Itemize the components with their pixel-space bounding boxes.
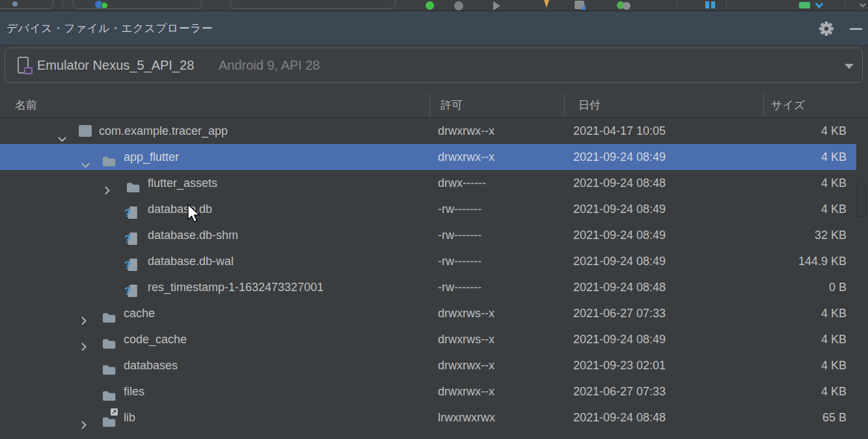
file-name: cache — [124, 300, 155, 326]
file-unknown-icon: ? — [126, 229, 138, 242]
table-row[interactable]: cache drwxrws--x 2021-06-27 07:33 4 KB — [0, 300, 868, 326]
table-row[interactable]: com.example.tracer_app drwxrwx--x 2021-0… — [0, 118, 868, 144]
run-icon[interactable] — [426, 1, 434, 10]
table-row[interactable]: app_flutter drwxrwx--x 2021-09-24 08:49 … — [0, 144, 868, 170]
attach-debugger-accent — [580, 5, 586, 10]
run-config-combo-widget[interactable] — [230, 0, 396, 9]
file-permissions: -rw------- — [438, 274, 481, 300]
file-date: 2021-09-24 08:49 — [573, 248, 666, 274]
toolbar-overflow-icon[interactable] — [859, 3, 867, 8]
minimize-icon[interactable] — [850, 28, 862, 30]
column-header-size[interactable]: サイズ — [771, 93, 805, 117]
table-row[interactable]: ? database.db-shm -rw------- 2021-09-24 … — [0, 222, 868, 248]
device-online-icon — [101, 2, 108, 9]
folder-icon — [102, 338, 116, 350]
apply-changes-icon[interactable] — [454, 1, 463, 10]
gear-icon[interactable] — [819, 21, 834, 36]
file-date: 2021-09-24 08:49 — [573, 144, 666, 170]
table-row[interactable]: code_cache drwxrws--x 2021-09-24 08:49 4… — [0, 326, 868, 352]
device-api-details: Android 9, API 28 — [219, 48, 320, 82]
column-header-date[interactable]: 日付 — [578, 93, 601, 117]
file-name: databases — [124, 352, 178, 378]
column-header-name[interactable]: 名前 — [15, 93, 37, 117]
file-size: 4 KB — [729, 170, 847, 196]
profiler-bolt-icon[interactable] — [544, 0, 549, 8]
file-unknown-icon: ? — [126, 255, 138, 268]
chevron-right-icon — [81, 342, 88, 352]
file-permissions: drwxrwx--x — [438, 378, 495, 404]
toolbar-separator — [62, 1, 63, 8]
table-row[interactable]: ? res_timestamp-1-1632473327001 -rw-----… — [0, 274, 868, 300]
file-size: 4 KB — [729, 352, 847, 378]
device-combo-widget[interactable] — [73, 0, 202, 9]
project-icon[interactable] — [12, 1, 18, 7]
file-permissions: drwxrwx--x — [438, 352, 495, 378]
toolbar-separator — [677, 1, 677, 8]
file-name: lib — [124, 404, 135, 431]
device-selector-area: Emulator Nexus_5_API_28 Android 9, API 2… — [0, 46, 868, 93]
table-row[interactable]: files drwxrwx--x 2021-06-27 07:33 4 KB — [0, 378, 868, 404]
file-date: 2021-06-27 07:33 — [573, 378, 666, 404]
toolbar-separator — [726, 1, 727, 8]
folder-icon — [102, 364, 116, 376]
file-permissions: drwxrws--x — [438, 326, 495, 352]
file-permissions: -rw------- — [438, 248, 481, 274]
avd-manager-icon[interactable] — [799, 2, 810, 8]
file-permissions: drwx------ — [438, 170, 486, 196]
file-size: 4 KB — [729, 196, 847, 222]
sdk-manager-icon-2 — [711, 1, 715, 8]
file-unknown-icon: ? — [126, 203, 138, 216]
table-row[interactable]: com.google.android drwxrwx--x 2021-04-17… — [0, 431, 868, 439]
file-permissions: drwxrwx--x — [438, 118, 495, 144]
file-size: 4 KB — [729, 378, 847, 404]
file-name: flutter_assets — [148, 170, 217, 196]
table-row[interactable]: flutter_assets drwx------ 2021-09-24 08:… — [0, 170, 868, 196]
column-resize-handle[interactable] — [429, 94, 430, 117]
toolbar-widget[interactable] — [0, 0, 53, 9]
column-resize-handle[interactable] — [763, 94, 764, 117]
file-size: 4 KB — [729, 118, 847, 144]
chevron-down-icon — [845, 64, 854, 69]
chevron-right-icon — [104, 186, 111, 195]
device-selector[interactable]: Emulator Nexus_5_API_28 Android 9, API 2… — [5, 48, 863, 83]
file-permissions: -rw------- — [438, 222, 481, 248]
symlink-arrow-icon: ↗ — [111, 408, 118, 416]
file-name: files — [124, 378, 144, 404]
sdk-manager-icon[interactable] — [705, 1, 709, 8]
file-permissions: -rw------- — [438, 196, 481, 222]
table-row[interactable]: ? database.db-wal -rw------- 2021-09-24 … — [0, 248, 868, 274]
table-row[interactable]: ? database.db -rw------- 2021-09-24 08:4… — [0, 196, 868, 222]
chevron-down-icon — [57, 136, 67, 143]
column-resize-handle[interactable] — [564, 94, 565, 117]
file-name: database.db — [148, 196, 212, 222]
file-name: code_cache — [124, 326, 187, 352]
file-date: 2021-09-24 08:49 — [573, 222, 666, 248]
run-secondary-icon[interactable] — [493, 1, 500, 10]
file-size: 4 KB — [729, 144, 847, 170]
chevron-down-icon — [81, 162, 90, 169]
file-date: 2021-09-23 02:01 — [573, 352, 666, 378]
file-unknown-icon: ? — [126, 281, 138, 294]
device-file-explorer-panel: デバイス・ファイル・エクスプローラー Emulator Nexus_5_API_… — [0, 0, 868, 439]
file-name: database.db-wal — [148, 248, 234, 274]
folder-icon — [102, 156, 116, 167]
file-size: 4 KB — [729, 431, 847, 439]
file-size: 0 B — [729, 274, 847, 300]
table-row[interactable]: ↗ lib lrwxrwxrwx 2021-09-24 08:48 65 B — [0, 404, 868, 431]
file-name: database.db-shm — [148, 222, 238, 248]
file-name: com.example.tracer_app — [99, 118, 228, 144]
file-date: 2021-06-27 07:33 — [573, 300, 666, 326]
column-header-permissions[interactable]: 許可 — [441, 93, 463, 117]
folder-icon — [102, 312, 116, 324]
file-permissions: drwxrwx--x — [438, 144, 495, 170]
table-row[interactable]: databases drwxrwx--x 2021-09-23 02:01 4 … — [0, 352, 868, 378]
panel-title: デバイス・ファイル・エクスプローラー — [7, 12, 213, 45]
device-dropdown-icon[interactable] — [815, 2, 824, 9]
file-size: 4 KB — [729, 300, 847, 326]
file-tree: com.example.tracer_app drwxrwx--x 2021-0… — [0, 118, 868, 439]
package-icon — [79, 125, 92, 137]
file-date: 2021-09-24 08:48 — [573, 170, 666, 196]
file-permissions: drwxrws--x — [438, 300, 495, 326]
chevron-right-icon — [81, 316, 88, 326]
file-name: res_timestamp-1-1632473327001 — [148, 274, 323, 300]
